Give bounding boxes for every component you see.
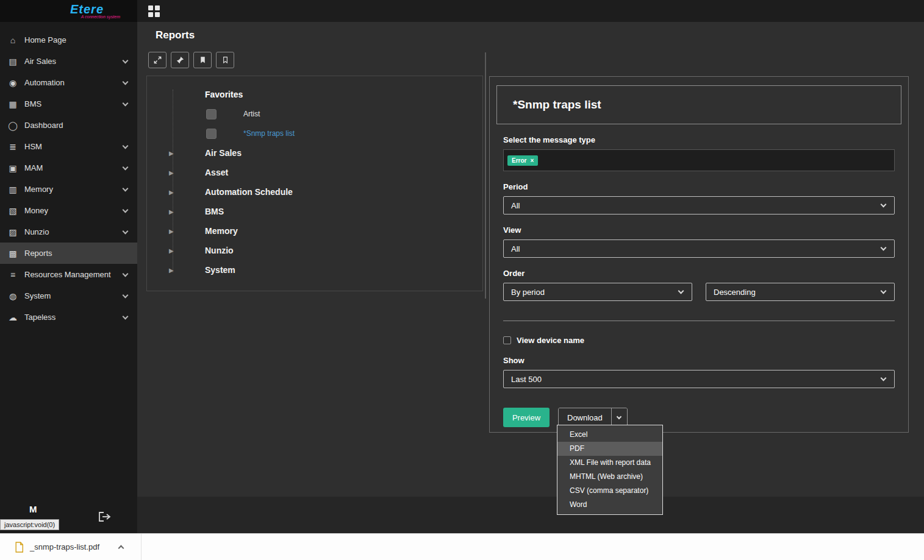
resources-icon: ≡	[7, 270, 18, 280]
sidebar-item-air-sales[interactable]: ▤Air Sales	[0, 51, 137, 72]
app-logo: Etere A connection system	[0, 0, 137, 22]
tree-node-automation-schedule[interactable]: ▶Automation Schedule	[147, 182, 482, 202]
chevron-up-icon[interactable]	[118, 545, 124, 551]
logo-title: Etere	[70, 4, 104, 15]
reports-icon: ▩	[7, 249, 18, 258]
panel-splitter[interactable]	[485, 52, 486, 299]
sidebar-item-hsm[interactable]: ≣HSM	[0, 136, 137, 157]
favorite-checkbox[interactable]	[206, 129, 217, 139]
bookmark-filled-button[interactable]	[193, 52, 212, 68]
tree-node-asset[interactable]: ▶Asset	[147, 163, 482, 182]
sidebar-item-memory[interactable]: ▥Memory	[0, 179, 137, 200]
tree-node-label: Nunzio	[205, 246, 234, 255]
sidebar-item-label: Reports	[24, 249, 52, 258]
tree-node-system[interactable]: ▶System	[147, 260, 482, 280]
sidebar-item-system[interactable]: ◍System	[0, 285, 137, 307]
tree-node-memory[interactable]: ▶Memory	[147, 221, 482, 241]
expand-caret-icon[interactable]: ▶	[169, 169, 174, 176]
sidebar-item-money[interactable]: ▧Money	[0, 200, 137, 221]
tag-remove-icon[interactable]: ×	[530, 157, 534, 164]
tree-node-air-sales[interactable]: ▶Air Sales	[147, 143, 482, 163]
view-select-value: All	[511, 244, 520, 253]
expand-caret-icon[interactable]: ▶	[169, 208, 174, 215]
view-select[interactable]: All	[503, 239, 895, 258]
memory-icon: ▥	[7, 185, 18, 194]
sidebar-item-label: Memory	[24, 185, 53, 194]
favorite-label[interactable]: Artist	[243, 110, 260, 118]
download-menu-item-excel[interactable]: Excel	[557, 428, 662, 442]
sidebar-item-bms[interactable]: ▦BMS	[0, 93, 137, 115]
logout-icon[interactable]	[98, 511, 112, 522]
status-tooltip: javascript:void(0)	[0, 519, 59, 530]
sidebar-item-reports[interactable]: ▩Reports	[0, 243, 137, 264]
bookmark-outline-icon	[221, 55, 229, 65]
expand-caret-icon[interactable]: ▶	[169, 247, 174, 254]
money-icon: ▧	[7, 206, 18, 216]
tree-favorite-item[interactable]: *Snmp traps list	[147, 124, 482, 143]
sidebar-item-tapeless[interactable]: ☁Tapeless	[0, 307, 137, 328]
favorite-label[interactable]: *Snmp traps list	[243, 129, 295, 138]
sidebar-item-automation[interactable]: ◉Automation	[0, 72, 137, 93]
message-type-tag[interactable]: Error ×	[507, 155, 538, 166]
apps-grid-icon[interactable]	[148, 5, 160, 17]
order-direction-select[interactable]: Descending	[706, 283, 895, 301]
preview-button[interactable]: Preview	[503, 408, 550, 427]
sidebar-item-label: Automation	[24, 78, 65, 87]
order-direction-value: Descending	[714, 288, 756, 297]
show-select[interactable]: Last 500	[503, 370, 895, 388]
topbar	[137, 0, 924, 22]
download-caret-button[interactable]	[611, 408, 627, 427]
download-format-menu: ExcelPDFXML File with report dataMHTML (…	[557, 425, 663, 515]
pin-button[interactable]	[171, 52, 189, 68]
tree-node-nunzio[interactable]: ▶Nunzio	[147, 241, 482, 260]
order-by-select[interactable]: By period	[503, 283, 692, 301]
sidebar-item-label: Tapeless	[24, 313, 56, 322]
chevron-down-icon	[881, 375, 887, 381]
view-device-name-checkbox-row[interactable]: View device name	[503, 336, 895, 345]
show-select-value: Last 500	[511, 375, 542, 384]
sidebar-item-mam[interactable]: ▣MAM	[0, 157, 137, 179]
tree-node-label: BMS	[205, 207, 224, 216]
reports-toolbar	[148, 52, 234, 68]
tree-node-label: System	[205, 265, 235, 275]
expand-button[interactable]	[148, 52, 167, 68]
download-menu-item-csv-comma-separator-[interactable]: CSV (comma separator)	[557, 484, 662, 498]
hsm-icon: ≣	[7, 142, 18, 152]
tree-favorite-item[interactable]: Artist	[147, 104, 482, 124]
sidebar-item-resources-management[interactable]: ≡Resources Management	[0, 264, 137, 285]
tree-node-bms[interactable]: ▶BMS	[147, 202, 482, 221]
air-sales-icon: ▤	[7, 57, 18, 66]
download-menu-item-mhtml-web-archive-[interactable]: MHTML (Web archive)	[557, 470, 662, 484]
downloaded-file-item[interactable]: _snmp-traps-list.pdf	[0, 534, 141, 560]
period-select[interactable]: All	[503, 196, 895, 214]
tree-node-label: Asset	[205, 168, 228, 177]
download-menu-item-xml-file-with-report-data[interactable]: XML File with report data	[557, 456, 662, 470]
sidebar-bottom-partial-text: M	[29, 504, 37, 514]
nunzio-icon: ▨	[7, 227, 18, 237]
tag-label: Error	[512, 157, 526, 164]
download-button[interactable]: Download	[559, 408, 611, 427]
message-type-input[interactable]: Error ×	[503, 149, 895, 171]
sidebar-item-label: BMS	[24, 99, 41, 108]
tree-root-favorites[interactable]: Favorites	[147, 85, 482, 104]
chevron-down-icon	[881, 202, 887, 208]
view-device-name-checkbox[interactable]	[503, 336, 511, 344]
sidebar-item-dashboard[interactable]: ◯Dashboard	[0, 115, 137, 136]
expand-caret-icon[interactable]: ▶	[169, 267, 174, 274]
expand-caret-icon[interactable]: ▶	[169, 189, 174, 196]
tapeless-icon: ☁	[7, 313, 18, 322]
favorite-checkbox[interactable]	[206, 109, 217, 119]
bookmark-outline-button[interactable]	[216, 52, 234, 68]
dashboard-icon: ◯	[7, 121, 18, 130]
sidebar-item-nunzio[interactable]: ▨Nunzio	[0, 221, 137, 243]
chevron-down-icon	[123, 271, 129, 277]
mam-icon: ▣	[7, 163, 18, 173]
sidebar-item-label: HSM	[24, 142, 42, 151]
expand-caret-icon[interactable]: ▶	[169, 228, 174, 235]
chevron-down-icon	[617, 414, 621, 419]
download-menu-item-pdf[interactable]: PDF	[557, 442, 662, 456]
download-menu-item-word[interactable]: Word	[557, 498, 662, 512]
expand-caret-icon[interactable]: ▶	[169, 150, 174, 157]
sidebar-item-home-page[interactable]: ⌂Home Page	[0, 29, 137, 51]
sidebar-item-label: Air Sales	[24, 57, 56, 66]
